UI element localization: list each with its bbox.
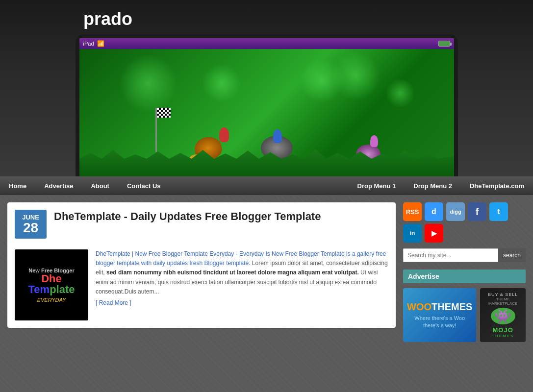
article-bold: sed diam nonummy nibh euismod tincidunt … <box>106 269 359 276</box>
social-icon-facebook[interactable]: f <box>468 202 486 221</box>
nav-left: Home Advertise About Contact Us <box>0 176 349 195</box>
ad-woothemes[interactable]: WOOTHEMES Where there's a Woo there's a … <box>403 288 476 342</box>
nav-item-dropmenu2[interactable]: Drop Menu 2 <box>405 176 461 195</box>
fairy-blue <box>273 129 282 143</box>
nav-item-contact[interactable]: Contact Us <box>118 176 170 195</box>
nav-item-dropmenu1[interactable]: Drop Menu 1 <box>349 176 405 195</box>
ad-mojo-themes-label: THEMES <box>492 334 514 338</box>
article-thumbnail: New Free Blogger Dhe Template EVERYDAY <box>15 249 88 320</box>
search-button[interactable]: search <box>498 248 526 262</box>
thumb-line2: Dhe Template <box>19 273 84 295</box>
flag-checkered-pattern <box>157 108 171 118</box>
ad-theme-marketplace: THEME MARKETPLACE <box>484 297 522 306</box>
ipad-status-bar: iPad 📶 <box>79 38 454 49</box>
nav-item-home[interactable]: Home <box>0 176 35 195</box>
ad-grid: WOOTHEMES Where there's a Woo there's a … <box>403 288 526 342</box>
nav-item-about[interactable]: About <box>82 176 118 195</box>
article-body: New Free Blogger Dhe Template EVERYDAY D… <box>15 244 388 320</box>
ad-mojo-name: MOJO <box>493 326 513 334</box>
youtube-icon: ▶ <box>431 229 437 237</box>
delicious-icon: d <box>431 207 436 216</box>
social-icon-digg[interactable]: digg <box>446 202 465 221</box>
screen-glow-1 <box>119 54 178 113</box>
navbar: Home Advertise About Contact Us Drop Men… <box>0 176 533 195</box>
battery-icon <box>438 41 450 47</box>
twitter-icon: t <box>497 207 500 216</box>
nav-item-dhetemplate[interactable]: DheTemplate.com <box>461 176 533 195</box>
article-text-block: DheTemplate | New Free Blogger Template … <box>96 249 388 320</box>
ipad-screen <box>79 49 454 176</box>
date-day: 28 <box>21 221 41 235</box>
read-more-link[interactable]: [ Read More ] <box>96 298 131 308</box>
main-wrapper: JUNE 28 DheTemplate - Daily Updates Free… <box>0 195 533 349</box>
ad-woo-brand: WOOTHEMES <box>407 301 472 313</box>
social-icon-youtube[interactable]: ▶ <box>425 224 443 243</box>
ad-woo-tagline: Where there's a Woo there's a way! <box>407 315 472 329</box>
screen-glow-2 <box>202 64 241 103</box>
sidebar: RSS d digg f t in ▶ search <box>403 202 526 342</box>
social-icon-delicious[interactable]: d <box>425 202 443 221</box>
article-card: JUNE 28 DheTemplate - Daily Updates Free… <box>7 202 396 328</box>
ad-mojothemes[interactable]: BUY & SELL THEME MARKETPLACE MOJO THEMES <box>480 288 526 342</box>
digg-icon: digg <box>450 209 461 215</box>
rss-icon: RSS <box>406 208 419 216</box>
wifi-icon: 📶 <box>97 40 104 47</box>
social-icon-linkedin[interactable]: in <box>403 224 422 243</box>
article-paragraph: DheTemplate | New Free Blogger Template … <box>96 249 388 296</box>
mojo-monster-icon <box>491 308 515 324</box>
facebook-icon: f <box>476 206 479 218</box>
status-left: iPad 📶 <box>83 40 104 47</box>
fairy-purple <box>370 135 378 147</box>
nav-right: Drop Menu 1 Drop Menu 2 DheTemplate.com <box>349 176 533 195</box>
search-input[interactable] <box>403 248 498 262</box>
site-title: prado <box>0 0 533 34</box>
social-icons-bar: RSS d digg f t in ▶ <box>403 202 526 243</box>
date-badge: JUNE 28 <box>15 210 47 239</box>
thumb-line3: EVERYDAY <box>37 297 66 303</box>
content-area: JUNE 28 DheTemplate - Daily Updates Free… <box>7 202 396 342</box>
ipad-frame: iPad 📶 <box>76 34 458 176</box>
ad-buy-sell: BUY & SELL <box>488 292 518 297</box>
article-title: DheTemplate - Daily Updates Free Blogger… <box>54 210 321 224</box>
device-area: prado iPad 📶 <box>0 0 533 176</box>
article-highlight: DheTemplate | New Free Blogger Template … <box>96 250 386 267</box>
social-icon-twitter[interactable]: t <box>489 202 508 221</box>
fairy-red <box>219 127 229 142</box>
screen-glow-4 <box>385 78 415 108</box>
nav-item-advertise[interactable]: Advertise <box>35 176 82 195</box>
screen-glow-5 <box>300 59 344 103</box>
ad-woo-brand-colored: WOO <box>407 301 431 312</box>
advertise-section-title: Advertise <box>403 270 526 283</box>
social-icon-rss[interactable]: RSS <box>403 202 422 221</box>
checkered-flag <box>155 108 170 152</box>
linkedin-icon: in <box>410 230 415 237</box>
search-box: search <box>403 248 526 262</box>
ipad-label: iPad <box>83 41 94 47</box>
